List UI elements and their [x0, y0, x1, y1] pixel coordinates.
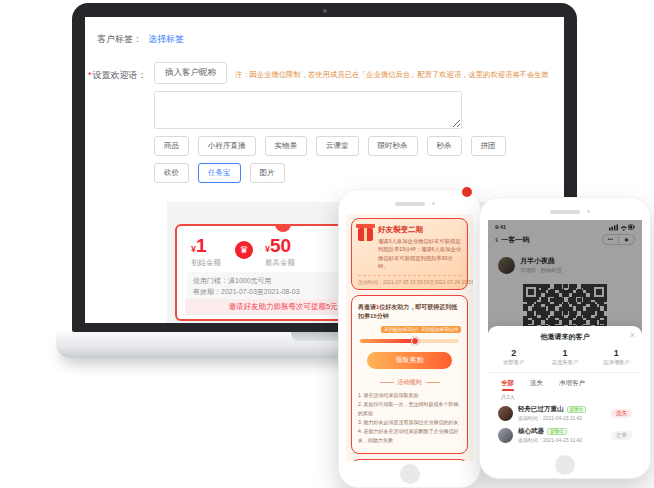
coupon-threshold: 使用门槛：满1000元可用 [193, 276, 353, 287]
milestone-tags: 迟到抵扣券15分钟 迟到抵扣券30分钟 [358, 326, 461, 335]
tab-net-gain[interactable]: 净增客户 [559, 379, 585, 388]
rules-title: 活动规则 [398, 378, 422, 387]
phone-activity-mockup: 好友裂变二期 邀请3人添加企业微信好友可获得迟到抵扣券15分钟；邀请6人添加企业… [338, 189, 481, 488]
tab-lost[interactable]: 流失 [530, 379, 543, 388]
miniprogram-page: 9:41 ‹ 一客一码 ••• ◉ 月半小夜曲 市场部 · 西柚科技 [488, 220, 642, 454]
invite-progress-text: 再邀请1位好友助力，即可获得迟到抵扣券15分钟 [358, 303, 461, 321]
attachment-bargain-button[interactable]: 砍价 [154, 163, 189, 183]
coupon-initial-amount: ¥1 初始金额 [191, 235, 221, 268]
attachment-coupon-button[interactable]: 实物券 [265, 136, 308, 156]
activity-rules: 1. 请在活动结束前领取奖励 2. 奖励仅可领取一次，无法同时获得多个阶梯的奖励… [358, 391, 461, 445]
boost-progress-fill [360, 339, 415, 343]
customer-row[interactable]: 核心武器 @微信 添加时间：2021-04-23 11:42 正常 [488, 424, 642, 446]
customer-count: 共2人 [488, 391, 642, 402]
boost-progress-track [360, 339, 459, 343]
customer-tag-label: 客户标签： [97, 34, 142, 44]
customer-row[interactable]: 轻舟已过万重山 @微信 添加时间：2021-04-23 11:42 流失 [488, 402, 642, 424]
activity-page: 好友裂变二期 邀请3人添加企业微信好友可获得迟到抵扣券15分钟；邀请6人添加企业… [346, 214, 473, 461]
stat-lost-customers: 1 总流失客户 [539, 348, 590, 366]
phone-qrcode-mockup: 9:41 ‹ 一客一码 ••• ◉ 月半小夜曲 市场部 · 西柚科技 [479, 197, 651, 479]
laptop-camera-dot [323, 9, 327, 13]
activity-title: 好友裂变二期 [378, 225, 461, 235]
activity-description: 邀请3人添加企业微信好友可获得迟到抵扣券15分钟；邀请6人添加企业微信好友可获得… [378, 237, 461, 271]
attachment-flashsale-button[interactable]: 限时秒杀 [368, 136, 418, 156]
attachment-groupbuy-button[interactable]: 拼团 [471, 136, 506, 156]
rule-item: 1. 请在活动结束前领取奖励 [358, 391, 461, 400]
wechat-source-tag: @微信 [547, 428, 567, 435]
rules-divider: 活动规则 [358, 378, 461, 387]
boost-progress-card: 再邀请1位好友助力，即可获得迟到抵扣券15分钟 迟到抵扣券15分钟 迟到抵扣券3… [351, 295, 468, 454]
tab-all[interactable]: 全部 [501, 379, 514, 388]
coupon-validity: 有效期：2021-07-03至2021-08-03 [193, 287, 353, 298]
welcome-textarea[interactable] [154, 91, 462, 129]
required-asterisk: * [88, 70, 92, 80]
attachment-course-button[interactable]: 云课堂 [316, 136, 359, 156]
invited-customers-sheet: 他邀请来的客户 × 2 全部客户 1 总流失客户 1 总净增客户 [488, 326, 642, 454]
close-icon[interactable]: × [630, 330, 635, 340]
welcome-label-row: *设置欢迎语： [88, 69, 147, 82]
milestone-tag-30min: 迟到抵扣券30分钟 [418, 326, 461, 333]
coupon-usage-info: 使用门槛：满1000元可用 有效期：2021-07-03至2021-08-03 [187, 272, 359, 302]
boost-progress-knob[interactable] [411, 337, 419, 345]
rule-item: 4. 若助力好友在活动结束前删除了企业微信好友，则助力失败 [358, 427, 461, 445]
attachment-seckill-button[interactable]: 秒杀 [427, 136, 462, 156]
customer-avatar [498, 428, 513, 443]
coupon-max-amount: ¥50 最高金额 [265, 235, 295, 268]
claim-reward-button[interactable]: 领取奖励 [367, 352, 451, 369]
sheet-title: 他邀请来的客户 [488, 326, 642, 342]
attachment-product-button[interactable]: 商品 [154, 136, 189, 156]
customer-avatar [498, 406, 513, 421]
notification-dot [462, 187, 472, 197]
insert-nickname-button[interactable]: 插入客户昵称 [154, 62, 227, 84]
rule-item: 2. 奖励仅可领取一次，无法同时获得多个阶梯的奖励 [358, 400, 461, 418]
attachment-taskfission-button-selected[interactable]: 任务宝 [198, 163, 241, 183]
phone-camera-dot [587, 210, 590, 213]
phone-speaker [550, 210, 580, 214]
crown-icon: ♛ [235, 241, 253, 259]
wechat-source-tag: @微信 [567, 406, 587, 413]
status-badge-lost: 流失 [611, 409, 632, 418]
activity-time: 活动时间：2021-07-05 15:59:59至2021-07-24 15:5… [358, 275, 461, 285]
rule-item: 3. 助力好友必须是没有添加过企业微信的好友 [358, 418, 461, 427]
customer-filter-tabs: 全部 流失 净增客户 [488, 372, 642, 391]
attachment-image-button[interactable]: 图片 [250, 163, 285, 183]
phone-speaker [395, 202, 425, 206]
boost-ranking-card: 助力列表 助力排行榜 车银优 2021-01-27 14:50 西伯利亚 202… [351, 459, 468, 461]
status-badge-normal: 正常 [611, 431, 632, 440]
marketing-mockup-stage: 客户标签：选择标签 *设置欢迎语： 插入客户昵称 注：因企业微信限制，若使用成员… [0, 0, 654, 488]
initial-amount-label: 初始金额 [191, 258, 221, 268]
attachment-row-1: 商品 小程序直播 实物券 云课堂 限时秒杀 秒杀 拼团 [154, 136, 506, 156]
welcome-label: 设置欢迎语： [93, 70, 147, 80]
stat-all-customers: 2 全部客户 [488, 348, 539, 366]
select-tag-link[interactable]: 选择标签 [148, 34, 184, 44]
coupon-notch-decoration [275, 224, 291, 232]
attachment-live-button[interactable]: 小程序直播 [198, 136, 256, 156]
activity-header-card: 好友裂变二期 邀请3人添加企业微信好友可获得迟到抵扣券15分钟；邀请6人添加企业… [351, 218, 468, 290]
home-button[interactable] [555, 455, 575, 475]
home-button[interactable] [400, 464, 420, 484]
welcome-note-text: 注：因企业微信限制，若使用成员已在「企业微信后台」配置了欢迎语，这里的欢迎语将不… [235, 70, 549, 80]
max-amount-label: 最高金额 [265, 258, 295, 268]
attachment-row-2: 砍价 任务宝 图片 [154, 163, 285, 183]
stat-net-customers: 1 总净增客户 [591, 348, 642, 366]
customer-tag-row: 客户标签：选择标签 [97, 33, 184, 46]
phone-camera-dot [432, 202, 435, 205]
gift-icon [358, 228, 373, 241]
customer-stats: 2 全部客户 1 总流失客户 1 总净增客户 [488, 348, 642, 366]
